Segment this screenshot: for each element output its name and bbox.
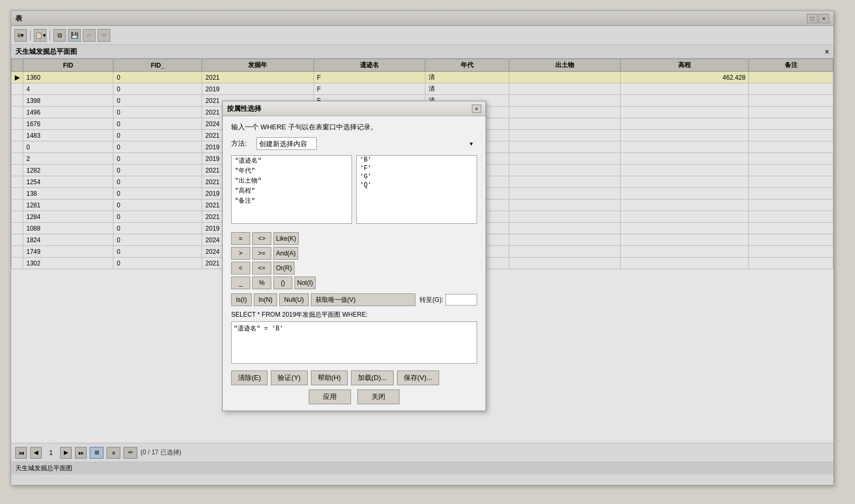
verify-button[interactable]: 验证(Y) bbox=[271, 370, 307, 385]
op-and[interactable]: And(A) bbox=[273, 247, 298, 260]
method-select[interactable]: 创建新选择内容 添加到当前选择 从当前选择中移除 从当前选择中选择 bbox=[256, 137, 317, 150]
dialog-body: 输入一个 WHERE 子句以在表窗口中选择记录。 方法: 创建新选择内容 添加到… bbox=[223, 116, 486, 411]
ops-row-4: _ % () Not(I) bbox=[231, 277, 316, 289]
value-list-item[interactable]: 'Q' bbox=[357, 181, 477, 189]
load-button[interactable]: 加载(D)... bbox=[351, 370, 394, 385]
value-list-item[interactable]: 'G' bbox=[357, 173, 477, 181]
field-list-item[interactable]: "备注" bbox=[232, 196, 352, 206]
sql-textarea[interactable] bbox=[231, 321, 477, 364]
main-window: 表 □ × ≡▾ 📋▾ ⧉ 💾 ↩ ✕ 天生城发掘总平面图 × FID FID_… bbox=[11, 11, 834, 486]
value-list-item[interactable]: 'B' bbox=[357, 156, 477, 164]
clear-button[interactable]: 清除(E) bbox=[231, 370, 268, 385]
dialog-title: 按属性选择 bbox=[227, 104, 261, 113]
in-button[interactable]: In(N) bbox=[254, 293, 278, 306]
is-button[interactable]: Is(I) bbox=[231, 293, 252, 306]
ops-left: = <> Like(K) > >= And(A) < <= Or(R) bbox=[231, 232, 316, 289]
dialog-instruction: 输入一个 WHERE 子句以在表窗口中选择记录。 bbox=[231, 122, 477, 132]
ops-row-1: = <> Like(K) bbox=[231, 232, 316, 245]
dialog-title-bar: 按属性选择 × bbox=[223, 101, 486, 116]
op-gte[interactable]: >= bbox=[252, 247, 271, 260]
goto-label: 转至(G): bbox=[420, 296, 443, 305]
get-unique-button[interactable]: 获取唯一值(V) bbox=[311, 293, 416, 306]
op-neq[interactable]: <> bbox=[252, 232, 271, 245]
op-underscore[interactable]: _ bbox=[231, 277, 250, 289]
close-dialog-button[interactable]: 关闭 bbox=[357, 389, 400, 404]
dialog-close-button[interactable]: × bbox=[472, 104, 481, 113]
null-button[interactable]: Null(U) bbox=[279, 293, 308, 306]
value-list-item[interactable]: 'F' bbox=[357, 164, 477, 173]
ops-row-3: < <= Or(R) bbox=[231, 262, 316, 274]
op-lt[interactable]: < bbox=[231, 262, 250, 274]
apply-button[interactable]: 应用 bbox=[309, 389, 351, 404]
sql-label: SELECT * FROM 2019年发掘总平面图 WHERE: bbox=[231, 310, 477, 319]
field-list-item[interactable]: "高程" bbox=[232, 186, 352, 196]
values-section: 'B''F''G''Q' bbox=[356, 155, 477, 228]
fields-listbox[interactable]: "遗迹名""年代""出土物""高程""备注" bbox=[231, 155, 352, 224]
save-button[interactable]: 保存(V)... bbox=[397, 370, 439, 385]
lower-btns: Is(I) In(N) Null(U) 获取唯一值(V) 转至(G): bbox=[231, 293, 477, 306]
action-btns-left: 清除(E) 验证(Y) 帮助(H) 加载(D)... 保存(V)... bbox=[231, 370, 439, 385]
attribute-select-dialog: 按属性选择 × 输入一个 WHERE 子句以在表窗口中选择记录。 方法: 创建新… bbox=[222, 101, 486, 411]
op-parens[interactable]: () bbox=[273, 277, 292, 289]
fields-section: "遗迹名""年代""出土物""高程""备注" bbox=[231, 155, 352, 228]
apply-close-row: 应用 关闭 bbox=[231, 389, 477, 404]
field-list-item[interactable]: "遗迹名" bbox=[232, 156, 352, 166]
op-eq[interactable]: = bbox=[231, 232, 250, 245]
op-gt[interactable]: > bbox=[231, 247, 250, 260]
method-select-wrapper: 创建新选择内容 添加到当前选择 从当前选择中移除 从当前选择中选择 bbox=[256, 137, 477, 150]
action-btns: 清除(E) 验证(Y) 帮助(H) 加载(D)... 保存(V)... bbox=[231, 370, 477, 385]
goto-input[interactable] bbox=[445, 294, 477, 306]
op-lte[interactable]: <= bbox=[252, 262, 271, 274]
field-list-item[interactable]: "出土物" bbox=[232, 176, 352, 186]
op-percent[interactable]: % bbox=[252, 277, 271, 289]
method-label: 方法: bbox=[231, 139, 252, 148]
method-row: 方法: 创建新选择内容 添加到当前选择 从当前选择中移除 从当前选择中选择 bbox=[231, 137, 477, 150]
values-listbox[interactable]: 'B''F''G''Q' bbox=[356, 155, 477, 224]
op-or[interactable]: Or(R) bbox=[273, 262, 294, 274]
ops-row-2: > >= And(A) bbox=[231, 247, 316, 260]
field-list-item[interactable]: "年代" bbox=[232, 166, 352, 176]
modal-overlay: 按属性选择 × 输入一个 WHERE 子句以在表窗口中选择记录。 方法: 创建新… bbox=[11, 11, 833, 485]
op-like[interactable]: Like(K) bbox=[273, 232, 299, 245]
help-button[interactable]: 帮助(H) bbox=[311, 370, 348, 385]
operators-area: = <> Like(K) > >= And(A) < <= Or(R) bbox=[231, 232, 477, 289]
op-not[interactable]: Not(I) bbox=[294, 277, 316, 289]
